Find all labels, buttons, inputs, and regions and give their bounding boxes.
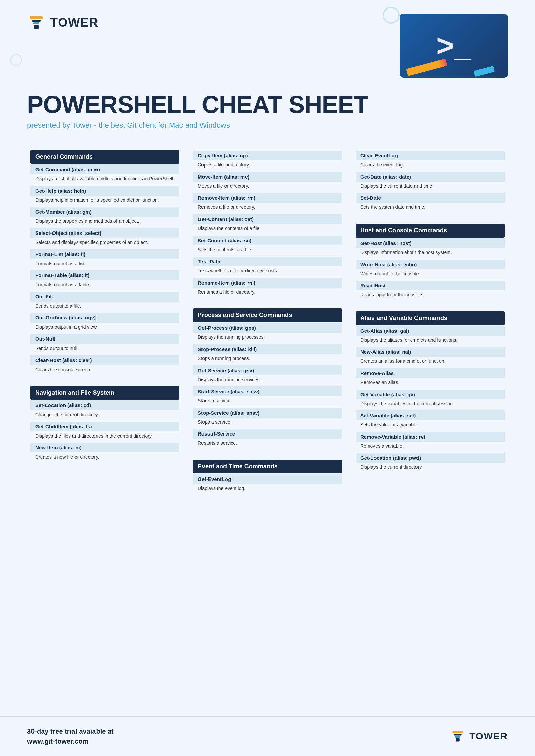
- command-description: Stops a running process.: [193, 354, 342, 365]
- list-item: Get-EventLogDisplays the event log.: [193, 474, 342, 495]
- eraser-decoration: [474, 66, 495, 77]
- command-name: Rename-Item (alias: rni): [193, 278, 342, 288]
- command-description: Sets the contents of a file.: [193, 245, 342, 256]
- svg-rect-6: [455, 736, 461, 738]
- command-name: Get-EventLog: [193, 474, 342, 484]
- command-name: Get-Process (alias: gps): [193, 323, 342, 333]
- command-name: Remove-Variable (alias: rv): [356, 432, 505, 442]
- command-name: Out-File: [30, 292, 179, 302]
- list-item: Set-Content (alias: sc)Sets the contents…: [193, 236, 342, 256]
- section-1-2: Event and Time CommandsGet-EventLogDispl…: [193, 460, 342, 495]
- command-description: Clears the event log.: [356, 160, 505, 171]
- list-item: New-Alias (alias: nal)Creates an alias f…: [356, 347, 505, 368]
- content-grid: General CommandsGet-Command (alias: gcm)…: [0, 136, 535, 518]
- command-name: Get-Alias (alias: gal): [356, 326, 505, 336]
- command-name: Stop-Service (alias: spsv): [193, 408, 342, 418]
- list-item: Get-Content (alias: cat)Displays the con…: [193, 214, 342, 235]
- column-2: Clear-EventLogClears the event log.Get-D…: [349, 150, 511, 484]
- list-item: Get-Service (alias: gsv)Displays the run…: [193, 365, 342, 386]
- command-name: Get-Command (alias: gcm): [30, 164, 179, 174]
- list-item: Set-Location (alias: cd)Changes the curr…: [30, 400, 179, 421]
- svg-rect-3: [34, 25, 39, 29]
- page-title: POWERSHELL CHEAT SHEET: [27, 91, 508, 118]
- command-description: Tests whether a file or directory exists…: [193, 266, 342, 277]
- command-description: Displays the running processes.: [193, 333, 342, 343]
- command-description: Removes a variable.: [356, 442, 505, 452]
- command-description: Sets the system date and time.: [356, 203, 505, 214]
- list-item: Set-Variable (alias: set)Sets the value …: [356, 410, 505, 431]
- command-name: Get-ChildItem (alias: ls): [30, 422, 179, 431]
- command-description: Displays the current date and time.: [356, 182, 505, 193]
- command-name: Get-Member (alias: gm): [30, 207, 179, 217]
- list-item: Get-Date (alias: date)Displays the curre…: [356, 172, 505, 193]
- command-name: Get-Host (alias: host): [356, 238, 505, 248]
- list-item: Start-Service (alias: sasv)Starts a serv…: [193, 386, 342, 407]
- command-description: Displays information about the host syst…: [356, 248, 505, 259]
- command-name: Start-Service (alias: sasv): [193, 386, 342, 396]
- list-item: Select-Object (alias: select)Selects and…: [30, 228, 179, 249]
- command-name: Out-Null: [30, 334, 179, 344]
- command-description: Copies a file or directory.: [193, 160, 342, 171]
- command-name: Remove-Alias: [356, 368, 505, 378]
- command-name: Get-Variable (alias: gv): [356, 390, 505, 399]
- list-item: Remove-AliasRemoves an alias.: [356, 368, 505, 389]
- command-name: Get-Date (alias: date): [356, 172, 505, 182]
- list-item: Read-HostReads input from the console.: [356, 281, 505, 301]
- command-description: Creates a new file or directory.: [30, 452, 179, 463]
- command-description: Sends output to a file.: [30, 302, 179, 312]
- section-0-0: General CommandsGet-Command (alias: gcm)…: [30, 150, 179, 376]
- list-item: Clear-EventLogClears the event log.: [356, 151, 505, 171]
- command-name: Format-List (alias: fl): [30, 249, 179, 259]
- footer-text: 30-day free trial avaiable at www.git-to…: [27, 726, 114, 747]
- list-item: Get-Alias (alias: gal)Displays the alias…: [356, 326, 505, 347]
- tower-logo-icon: [27, 14, 45, 32]
- command-description: Starts a service.: [193, 396, 342, 407]
- list-item: Move-Item (alias: mv)Moves a file or dir…: [193, 172, 342, 193]
- command-name: Out-GridView (alias: ogv): [30, 313, 179, 323]
- command-name: Clear-EventLog: [356, 151, 505, 160]
- command-description: Removes a file or directory.: [193, 203, 342, 214]
- page-subtitle: presented by Tower - the best Git client…: [27, 121, 508, 130]
- command-name: Stop-Process (alias: kill): [193, 344, 342, 354]
- list-item: Stop-Service (alias: spsv)Stops a servic…: [193, 408, 342, 428]
- svg-rect-2: [33, 22, 39, 24]
- command-name: Write-Host (alias: echo): [356, 260, 505, 269]
- command-name: Move-Item (alias: mv): [193, 172, 342, 182]
- terminal-arrow-icon: >_: [436, 28, 471, 63]
- svg-rect-1: [32, 20, 41, 22]
- list-item: Get-Help (alias: help)Displays help info…: [30, 186, 179, 206]
- command-name: Get-Service (alias: gsv): [193, 365, 342, 375]
- command-name: Get-Location (alias: pwd): [356, 453, 505, 463]
- deco-circle-3: [10, 54, 22, 66]
- command-description: Changes the current directory.: [30, 410, 179, 421]
- list-item: Set-DateSets the system date and time.: [356, 193, 505, 214]
- section-2-2: Alias and Variable CommandsGet-Alias (al…: [356, 311, 505, 473]
- command-description: Reads input from the console.: [356, 290, 505, 301]
- column-1: Copy-Item (alias: cp)Copies a file or di…: [186, 150, 349, 505]
- command-description: Stops a service.: [193, 418, 342, 428]
- command-description: Formats output as a table.: [30, 280, 179, 291]
- svg-rect-0: [30, 16, 43, 19]
- command-name: Format-Table (alias: ft): [30, 270, 179, 280]
- command-name: Set-Location (alias: cd): [30, 400, 179, 410]
- header: TOWER >_: [0, 0, 535, 81]
- command-name: Clear-Host (alias: clear): [30, 355, 179, 365]
- command-description: Displays the files and directories in th…: [30, 431, 179, 442]
- list-item: New-Item (alias: ni)Creates a new file o…: [30, 443, 179, 463]
- command-description: Selects and displays specified propertie…: [30, 238, 179, 249]
- command-name: Remove-Item (alias: rm): [193, 193, 342, 203]
- command-name: Copy-Item (alias: cp): [193, 151, 342, 160]
- logo-area: TOWER: [27, 14, 99, 32]
- list-item: Get-Host (alias: host)Displays informati…: [356, 238, 505, 259]
- list-item: Get-ChildItem (alias: ls)Displays the fi…: [30, 422, 179, 442]
- command-name: Set-Variable (alias: set): [356, 410, 505, 420]
- command-name: Restart-Service: [193, 429, 342, 439]
- command-name: Select-Object (alias: select): [30, 228, 179, 238]
- command-description: Displays the variables in the current se…: [356, 399, 505, 410]
- command-description: Moves a file or directory.: [193, 182, 342, 193]
- column-0: General CommandsGet-Command (alias: gcm)…: [24, 150, 186, 473]
- command-description: Displays the properties and methods of a…: [30, 217, 179, 227]
- command-description: Creates an alias for a cmdlet or functio…: [356, 357, 505, 368]
- command-description: Displays the current directory.: [356, 463, 505, 473]
- list-item: Out-FileSends output to a file.: [30, 292, 179, 312]
